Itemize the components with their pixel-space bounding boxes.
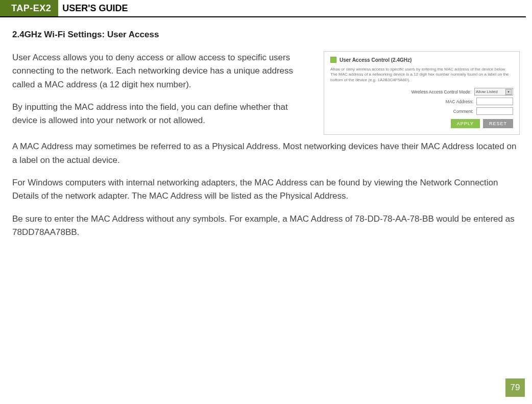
paragraph-3: A MAC Address may sometimes be referred …	[12, 140, 520, 167]
reset-button[interactable]: RESET	[483, 119, 513, 128]
product-name: TAP-EX2	[6, 0, 58, 16]
panel-bullet-icon	[330, 57, 336, 63]
form-row-comment: Comment:	[330, 107, 513, 115]
panel-title-row: User Access Control (2.4GHz)	[330, 57, 513, 63]
chevron-down-icon: ▼	[505, 89, 512, 95]
mode-label: Wireless Access Control Mode:	[411, 89, 471, 94]
paragraph-5: Be sure to enter the MAC Address without…	[12, 212, 520, 240]
panel-buttons: APPLY RESET	[330, 119, 513, 128]
form-row-mac: MAC Address:	[330, 98, 513, 105]
panel-description: Allow or deny wireless access to specifi…	[330, 67, 513, 83]
mode-select[interactable]: Allow Listed ▼	[474, 88, 513, 96]
apply-button[interactable]: APPLY	[451, 119, 480, 128]
comment-label: Comment:	[453, 109, 473, 114]
page-header: TAP-EX2 USER'S GUIDE	[0, 0, 526, 17]
form-row-mode: Wireless Access Control Mode: Allow List…	[330, 88, 513, 96]
mac-label: MAC Address:	[446, 99, 473, 104]
page-content: 2.4GHz Wi-Fi Settings: User Access User …	[0, 17, 532, 239]
mac-input[interactable]	[476, 98, 513, 105]
guide-title: USER'S GUIDE	[58, 0, 128, 16]
user-access-panel: User Access Control (2.4GHz) Allow or de…	[324, 51, 520, 135]
mode-value: Allow Listed	[476, 89, 498, 94]
section-heading: 2.4GHz Wi-Fi Settings: User Access	[12, 30, 520, 40]
paragraph-4: For Windows computers with internal netw…	[12, 176, 520, 203]
page-number: 79	[505, 378, 525, 397]
header-accent	[0, 0, 6, 16]
comment-input[interactable]	[476, 107, 513, 115]
panel-title: User Access Control (2.4GHz)	[340, 57, 412, 63]
